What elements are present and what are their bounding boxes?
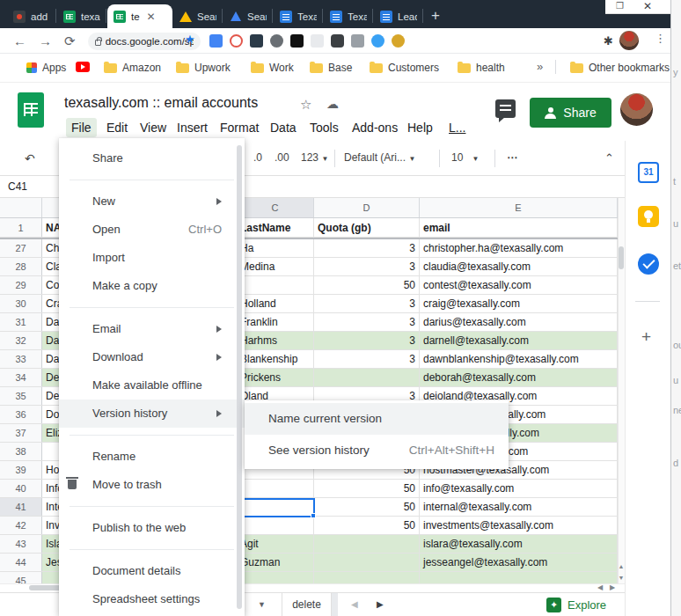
bookmarks-overflow-chevron[interactable]: »	[537, 60, 543, 73]
file-menu-item-version-history[interactable]: Version history	[59, 400, 245, 428]
cell-lastname[interactable]: Guzman	[237, 554, 314, 571]
row-header-41[interactable]: 41	[0, 498, 42, 516]
bookmark-star-icon[interactable]: ★	[185, 33, 195, 46]
browser-tab-add-r[interactable]: add r	[7, 4, 56, 28]
cell-lastname[interactable]: Prickens	[237, 369, 314, 386]
decrease-decimal-button[interactable]: .0	[253, 151, 262, 164]
menu-tools[interactable]: Tools	[304, 118, 344, 137]
cell-quota[interactable]	[314, 554, 420, 571]
cell-lastname[interactable]: Harhms	[237, 332, 314, 349]
menu-file[interactable]: File	[66, 118, 97, 137]
gear-icon[interactable]	[270, 34, 283, 48]
menu-format[interactable]: Format	[215, 118, 264, 137]
omnibox[interactable]: docs.google.com/sprea...	[88, 33, 201, 50]
row-header-45[interactable]: 45	[0, 572, 42, 583]
file-menu-item-share[interactable]: Share	[59, 144, 245, 172]
cell-lastname[interactable]: Franklin	[237, 313, 314, 331]
row-header-44[interactable]: 44	[0, 554, 42, 571]
explore-button[interactable]: ✦ Explore	[546, 598, 606, 612]
cell-quota[interactable]	[314, 572, 420, 583]
close-window-icon[interactable]: ✕	[643, 0, 654, 12]
browser-avatar[interactable]	[619, 31, 639, 50]
keep-icon[interactable]	[638, 206, 659, 227]
menu-data[interactable]: Data	[265, 118, 302, 137]
undo-icon[interactable]: ↶	[25, 151, 35, 165]
bookmark-folder-customers[interactable]: Customers	[370, 62, 439, 74]
browser-tab-texas[interactable]: Texas	[274, 4, 323, 28]
menu-edit[interactable]: Edit	[101, 118, 133, 137]
submenu-item-name-current-version[interactable]: Name current version	[245, 403, 509, 435]
cell-lastname[interactable]: Holland	[237, 295, 314, 312]
bookmark-folder-amazon[interactable]: Amazon	[104, 62, 161, 74]
file-menu-item-spreadsheet-settings[interactable]: Spreadsheet settings	[59, 585, 245, 613]
tasks-icon[interactable]	[638, 253, 659, 275]
reload-icon[interactable]: ⟳	[64, 33, 76, 49]
file-menu-item-email[interactable]: Email	[59, 315, 245, 343]
cell-quota[interactable]	[314, 369, 420, 386]
new-tab-button[interactable]: +	[425, 5, 446, 26]
grid-icon[interactable]	[311, 34, 324, 48]
file-menu-item-new[interactable]: New	[59, 187, 245, 216]
scroll-right-icon[interactable]: ▶	[610, 583, 615, 591]
row-header-28[interactable]: 28	[0, 258, 42, 275]
cell-email[interactable]: contest@texasally.com	[420, 276, 618, 294]
browser-tab-searc[interactable]: Searc	[223, 4, 273, 28]
extension-star-icon[interactable]: ✱	[604, 34, 613, 48]
vertical-scrollbar-thumb[interactable]	[619, 246, 624, 269]
corner-box[interactable]	[0, 198, 42, 217]
more-toolbar-button[interactable]: ⋯	[507, 151, 517, 164]
share-button[interactable]: Share	[530, 98, 611, 128]
phone-icon[interactable]	[331, 34, 344, 48]
cell-quota[interactable]: 3	[314, 332, 420, 349]
youtube-bookmark[interactable]	[76, 62, 90, 72]
sheets-logo-icon[interactable]	[18, 92, 44, 128]
row-header-1[interactable]: 1	[0, 218, 42, 237]
row-header-35[interactable]: 35	[0, 387, 42, 405]
selected-cell-outline[interactable]	[237, 498, 315, 517]
calendar-icon[interactable]: 31	[638, 162, 659, 183]
back-icon[interactable]: ←	[13, 33, 26, 48]
file-menu-item-import[interactable]: Import	[59, 244, 245, 272]
restore-window-icon[interactable]: ❐	[616, 1, 626, 11]
file-menu-item-publish-to-the-web[interactable]: Publish to the web	[59, 514, 245, 542]
get-addons-icon[interactable]: +	[641, 327, 651, 347]
row-header-34[interactable]: 34	[0, 369, 42, 386]
number-format-button[interactable]: 123 ▼	[301, 151, 328, 164]
column-header-E[interactable]: E	[420, 198, 618, 217]
browser-tab-searc[interactable]: Searc	[173, 4, 223, 28]
bookmark-folder-work[interactable]: Work	[251, 62, 294, 74]
menu-scrollbar[interactable]	[237, 145, 242, 609]
row-header-33[interactable]: 33	[0, 350, 42, 368]
cell-email[interactable]: christopher.ha@texasally.com	[420, 239, 618, 257]
file-menu-item-rename[interactable]: Rename	[59, 443, 245, 471]
cell-quota[interactable]: 3	[314, 258, 420, 275]
menu-insert[interactable]: Insert	[172, 118, 213, 137]
translate-icon[interactable]	[209, 34, 223, 48]
cell-lastname[interactable]	[237, 480, 314, 497]
menu-help[interactable]: Help	[402, 118, 438, 137]
menu-addons[interactable]: Add-ons	[347, 118, 403, 137]
column-header-C[interactable]: C	[237, 198, 314, 217]
file-menu-item-make-available-offline[interactable]: Make available offline	[59, 371, 245, 400]
cell-email[interactable]: dawnblankenship@texasally.com	[420, 350, 618, 368]
file-menu-item-move-to-trash[interactable]: Move to trash	[59, 471, 245, 499]
cell-quota[interactable]	[314, 535, 420, 553]
row-header-42[interactable]: 42	[0, 517, 42, 534]
document-title[interactable]: texasally.com :: email accounts	[64, 95, 258, 111]
row-header-43[interactable]: 43	[0, 535, 42, 553]
collapse-toolbar-icon[interactable]: ⌃	[604, 151, 614, 165]
account-avatar[interactable]	[620, 93, 653, 126]
cell-email[interactable]: info@texasally.com	[420, 480, 618, 497]
star-document-icon[interactable]: ☆	[300, 97, 311, 113]
cell-lastname[interactable]: Agit	[237, 535, 314, 553]
column-header-D[interactable]: D	[314, 198, 420, 217]
file-menu-item-download[interactable]: Download	[59, 343, 245, 371]
all-sheets-icon[interactable]: ▼	[258, 600, 266, 609]
increase-decimal-button[interactable]: .00	[275, 151, 289, 164]
cell-email[interactable]	[420, 572, 618, 583]
row-header-31[interactable]: 31	[0, 313, 42, 331]
cell-lastname[interactable]	[237, 517, 314, 534]
browser-menu-icon[interactable]: ⋮	[655, 32, 666, 45]
bookmark-folder-health[interactable]: health	[458, 62, 505, 74]
cell-lastname[interactable]	[237, 572, 314, 583]
